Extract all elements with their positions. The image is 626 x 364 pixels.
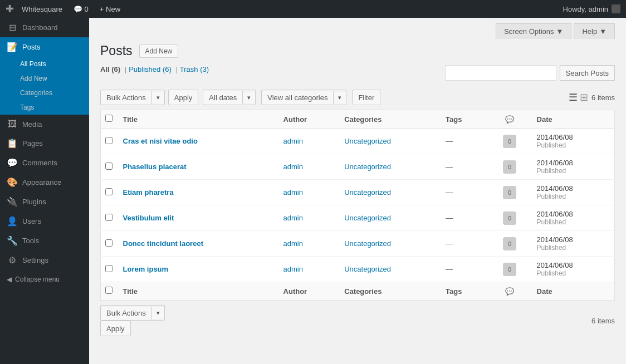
post-title-link-0[interactable]: Cras et nisi vitae odio [123, 137, 198, 145]
filter-all[interactable]: All (6) | [100, 65, 129, 73]
post-date-cell-5: 2014/06/08Published [531, 257, 615, 282]
bulk-actions-label-bottom: Bulk Actions [101, 307, 152, 319]
select-all-checkbox-header[interactable] [101, 110, 118, 129]
collapse-menu-button[interactable]: ◀ Collapse menu [0, 270, 89, 289]
sidebar-item-settings[interactable]: ⚙Settings [0, 250, 89, 270]
sidebar-item-add-new[interactable]: Add New [0, 71, 89, 86]
post-status-1: Published [537, 167, 609, 175]
post-author-link-3[interactable]: admin [283, 214, 303, 222]
post-author-link-5[interactable]: admin [283, 265, 303, 273]
post-title-link-5[interactable]: Lorem ipsum [123, 265, 169, 273]
sidebar-item-tags[interactable]: Tags [0, 100, 89, 115]
filter-button[interactable]: Filter [352, 90, 380, 105]
post-comments-cell-0: 0 [488, 129, 531, 154]
row-checkbox-1[interactable] [101, 154, 118, 180]
sidebar-item-comments[interactable]: 💬Comments [0, 153, 89, 173]
tools-icon: 🔧 [7, 235, 18, 246]
post-title-cell-2: Etiam pharetra [118, 180, 278, 205]
sidebar-item-categories[interactable]: Categories [0, 86, 89, 100]
bulk-actions-arrow-bottom[interactable]: ▾ [152, 307, 164, 319]
comment-count-bubble-3: 0 [503, 211, 516, 225]
list-view-icon[interactable]: ☰ [569, 91, 578, 104]
add-new-button[interactable]: Add New [139, 45, 179, 58]
pages-icon: 📋 [7, 138, 18, 149]
post-title-link-4[interactable]: Donec tincidunt laoreet [123, 239, 203, 248]
search-input[interactable] [445, 65, 556, 81]
howdy-section: Howdy, admin [563, 4, 620, 13]
post-categories-cell-1: Uncategorized [339, 154, 440, 180]
table-row: Etiam pharetra admin Uncategorized — 0 2… [101, 180, 615, 205]
col-footer-date: Date [531, 282, 615, 301]
sidebar-item-media[interactable]: 🖼Media [0, 115, 89, 134]
collapse-icon: ◀ [7, 276, 12, 283]
comments-label: Comments [22, 159, 57, 167]
col-footer-tags: Tags [440, 282, 488, 301]
tools-label: Tools [22, 237, 39, 245]
sidebar-item-users[interactable]: 👤Users [0, 211, 89, 231]
site-name[interactable]: Whitesquare [22, 5, 62, 13]
post-tags-cell-4: — [440, 231, 488, 257]
filter-trash[interactable]: Trash (3) [180, 65, 209, 73]
help-button[interactable]: Help ▼ [574, 23, 615, 39]
apply-button-top[interactable]: Apply [168, 90, 199, 105]
row-checkbox-5[interactable] [101, 257, 118, 282]
table-row: Lorem ipsum admin Uncategorized — 0 2014… [101, 257, 615, 282]
col-footer-categories: Categories [339, 282, 440, 301]
post-author-link-4[interactable]: admin [283, 239, 303, 248]
post-categories-link-0[interactable]: Uncategorized [344, 137, 391, 145]
sidebar-item-appearance[interactable]: 🎨Appearance [0, 173, 89, 192]
bulk-actions-arrow-top[interactable]: ▾ [152, 92, 164, 104]
post-title-cell-3: Vestibulum elit [118, 205, 278, 231]
post-comments-cell-3: 0 [488, 205, 531, 231]
row-checkbox-4[interactable] [101, 231, 118, 257]
table-header-row: Title Author Categories Tags 💬 Date [101, 110, 615, 129]
post-comments-cell-4: 0 [488, 231, 531, 257]
categories-arrow-icon[interactable]: ▾ [334, 92, 346, 104]
post-title-link-2[interactable]: Etiam pharetra [123, 188, 174, 196]
post-title-link-3[interactable]: Vestibulum elit [123, 214, 174, 222]
post-tags-cell-0: — [440, 129, 488, 154]
post-author-link-0[interactable]: admin [283, 137, 303, 145]
post-categories-link-4[interactable]: Uncategorized [344, 239, 391, 248]
col-header-comments: 💬 [488, 110, 531, 129]
post-categories-link-2[interactable]: Uncategorized [344, 188, 391, 196]
post-categories-link-3[interactable]: Uncategorized [344, 214, 391, 222]
wp-logo-icon[interactable]: ✚ [6, 3, 14, 15]
sidebar-item-tools[interactable]: 🔧Tools [0, 231, 89, 250]
post-author-link-1[interactable]: admin [283, 163, 303, 171]
appearance-label: Appearance [22, 178, 61, 186]
tablenav-bottom: Bulk Actions ▾ Apply 6 items [100, 305, 615, 336]
filter-published[interactable]: Published (6) | [129, 65, 180, 73]
new-content-link[interactable]: + New [100, 5, 120, 13]
dashboard-label: Dashboard [22, 23, 58, 32]
help-arrow-icon: ▼ [599, 27, 607, 36]
post-title-link-1[interactable]: Phasellus placerat [123, 163, 187, 171]
items-count-top: 6 items [591, 94, 615, 102]
screen-options-button[interactable]: Screen Options ▼ [496, 23, 571, 39]
post-categories-link-5[interactable]: Uncategorized [344, 265, 391, 273]
row-checkbox-0[interactable] [101, 129, 118, 154]
tablenav-pages-top: ☰ ⊞ 6 items [569, 91, 615, 104]
search-posts-button[interactable]: Search Posts [560, 65, 615, 81]
media-icon: 🖼 [7, 119, 18, 129]
select-all-checkbox-footer[interactable] [101, 282, 118, 301]
comment-count-bubble-1: 0 [503, 160, 516, 174]
sidebar-item-posts[interactable]: 📝Posts All Posts Add New Categories Tags [0, 37, 89, 115]
row-checkbox-3[interactable] [101, 205, 118, 231]
row-checkbox-2[interactable] [101, 180, 118, 205]
post-author-cell-3: admin [278, 205, 339, 231]
view-icons: ☰ ⊞ [569, 91, 588, 104]
sidebar-item-pages[interactable]: 📋Pages [0, 134, 89, 153]
apply-button-bottom[interactable]: Apply [100, 321, 131, 336]
sidebar-item-dashboard[interactable]: ⊟Dashboard [0, 18, 89, 37]
sidebar-item-plugins[interactable]: 🔌Plugins [0, 192, 89, 211]
post-author-link-2[interactable]: admin [283, 188, 303, 196]
grid-view-icon[interactable]: ⊞ [580, 91, 588, 104]
bulk-actions-top: Bulk Actions ▾ Apply [100, 90, 198, 105]
comments-link[interactable]: 💬 0 [74, 5, 89, 13]
sidebar-item-all-posts[interactable]: All Posts [0, 57, 89, 71]
dates-arrow-icon[interactable]: ▾ [243, 92, 255, 104]
post-categories-cell-3: Uncategorized [339, 205, 440, 231]
post-tags-cell-2: — [440, 180, 488, 205]
post-categories-link-1[interactable]: Uncategorized [344, 163, 391, 171]
